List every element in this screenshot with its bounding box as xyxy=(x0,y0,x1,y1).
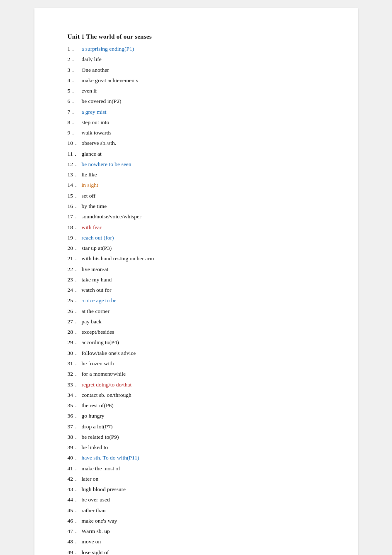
item-text: with fear xyxy=(82,223,102,232)
list-item: 30．follow/take one's advice xyxy=(68,349,325,358)
page: Unit 1 The world of our senses 1．a surpr… xyxy=(34,8,358,555)
list-item: 19．reach out (for) xyxy=(68,233,325,242)
item-number: 14． xyxy=(68,181,82,190)
item-number: 5． xyxy=(68,86,82,95)
list-item: 11．glance at xyxy=(68,149,325,159)
phrase-list: 1．a surprising ending(P1)2．daily life3．O… xyxy=(68,44,325,555)
item-text: daily life xyxy=(82,55,102,64)
item-text: be linked to xyxy=(82,443,108,452)
item-number: 23． xyxy=(68,275,82,284)
item-text: a nice age to be xyxy=(82,296,117,305)
list-item: 36．go hungry xyxy=(68,411,325,421)
list-item: 44．be over used xyxy=(68,495,325,504)
item-number: 33． xyxy=(68,380,82,389)
item-text: take my hand xyxy=(82,275,112,284)
list-item: 12．be nowhere to be seen xyxy=(68,160,325,169)
list-item: 15．set off xyxy=(68,191,325,200)
item-number: 45． xyxy=(68,506,82,515)
item-text: be over used xyxy=(82,495,110,504)
item-text: in sight xyxy=(82,181,98,190)
item-number: 39． xyxy=(68,443,82,452)
item-text: be nowhere to be seen xyxy=(82,160,131,169)
item-text: reach out (for) xyxy=(82,233,114,242)
list-item: 39．be linked to xyxy=(68,443,325,452)
item-number: 22． xyxy=(68,265,82,274)
item-text: Warm sb. up xyxy=(82,527,110,536)
item-text: according to(P4) xyxy=(82,338,119,347)
list-item: 8．step out into xyxy=(68,118,325,127)
item-text: watch out for xyxy=(82,286,112,295)
item-number: 40． xyxy=(68,453,82,462)
item-number: 21． xyxy=(68,254,82,263)
item-number: 16． xyxy=(68,202,82,211)
item-text: move on xyxy=(82,537,101,546)
item-number: 30． xyxy=(68,349,82,358)
item-number: 1． xyxy=(68,44,82,54)
item-number: 49． xyxy=(68,548,82,555)
item-text: glance at xyxy=(82,149,102,159)
list-item: 2．daily life xyxy=(68,55,325,64)
item-number: 11． xyxy=(68,149,82,159)
item-number: 4． xyxy=(68,76,82,85)
item-text: later on xyxy=(82,474,99,484)
item-number: 38． xyxy=(68,433,82,442)
item-number: 42． xyxy=(68,474,82,484)
item-number: 7． xyxy=(68,108,82,117)
list-item: 40．have sth. To do with(P11) xyxy=(68,453,325,462)
item-text: except/besides xyxy=(82,328,114,337)
item-text: rather than xyxy=(82,506,106,515)
item-number: 15． xyxy=(68,191,82,200)
list-item: 23．take my hand xyxy=(68,275,325,284)
item-text: step out into xyxy=(82,118,110,127)
item-number: 47． xyxy=(68,527,82,536)
item-number: 43． xyxy=(68,485,82,494)
item-text: set off xyxy=(82,191,96,200)
list-item: 43．high blood pressure xyxy=(68,485,325,494)
list-item: 45．rather than xyxy=(68,506,325,515)
item-number: 20． xyxy=(68,244,82,253)
list-item: 13．lie like xyxy=(68,170,325,179)
item-number: 9． xyxy=(68,128,82,137)
list-item: 41．make the most of xyxy=(68,464,325,473)
item-text: high blood pressure xyxy=(82,485,126,494)
list-item: 28．except/besides xyxy=(68,328,325,337)
item-text: pay back xyxy=(82,317,102,326)
list-item: 31．be frozen with xyxy=(68,359,325,368)
item-text: lie like xyxy=(82,170,97,179)
item-number: 26． xyxy=(68,307,82,316)
item-text: a surprising ending(P1) xyxy=(82,44,134,54)
item-number: 41． xyxy=(68,464,82,473)
item-number: 34． xyxy=(68,391,82,400)
list-item: 20．star up at(P3) xyxy=(68,244,325,253)
list-item: 18．with fear xyxy=(68,223,325,232)
list-item: 3．One another xyxy=(68,66,325,75)
item-text: contact sb. on/through xyxy=(82,391,131,400)
item-number: 48． xyxy=(68,537,82,546)
item-text: observe sb./sth. xyxy=(82,139,117,148)
item-number: 27． xyxy=(68,317,82,326)
item-text: regret doing/to do/that xyxy=(82,380,132,389)
list-item: 10．observe sb./sth. xyxy=(68,139,325,148)
list-item: 33．regret doing/to do/that xyxy=(68,380,325,389)
list-item: 27．pay back xyxy=(68,317,325,326)
item-text: at the corner xyxy=(82,307,110,316)
item-number: 36． xyxy=(68,411,82,421)
item-number: 25． xyxy=(68,296,82,305)
item-text: sound/noise/voice/whisper xyxy=(82,212,141,221)
item-text: be covered in(P2) xyxy=(82,97,122,106)
unit-title: Unit 1 The world of our senses xyxy=(68,33,325,40)
item-number: 6． xyxy=(68,97,82,106)
item-number: 8． xyxy=(68,118,82,127)
item-text: lose sight of xyxy=(82,548,109,555)
list-item: 32．for a moment/while xyxy=(68,369,325,379)
list-item: 24．watch out for xyxy=(68,286,325,295)
list-item: 35．the rest of(P6) xyxy=(68,401,325,410)
list-item: 21．with his hand resting on her arm xyxy=(68,254,325,263)
item-text: with his hand resting on her arm xyxy=(82,254,154,263)
list-item: 14．in sight xyxy=(68,181,325,190)
list-item: 5．even if xyxy=(68,86,325,95)
list-item: 4．make great achievements xyxy=(68,76,325,85)
list-item: 6．be covered in(P2) xyxy=(68,97,325,106)
item-number: 44． xyxy=(68,495,82,504)
item-number: 3． xyxy=(68,66,82,75)
